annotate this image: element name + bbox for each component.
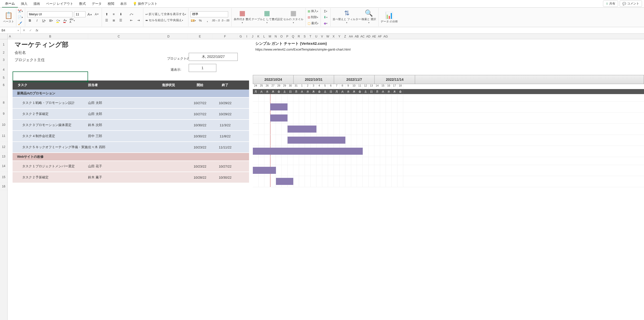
- tab-view[interactable]: 表示: [117, 0, 130, 7]
- tab-home[interactable]: ホーム: [2, 0, 18, 8]
- column-header[interactable]: J: [250, 34, 256, 39]
- fill-button[interactable]: ⬇: [323, 15, 328, 20]
- font-color-button[interactable]: A: [62, 18, 68, 23]
- increase-font-button[interactable]: A▲: [87, 12, 93, 17]
- decrease-decimal-button[interactable]: .0→.00: [221, 18, 229, 23]
- category-row[interactable]: Webサイトの改修: [13, 153, 249, 161]
- row-header[interactable]: 12: [0, 141, 7, 152]
- align-left-button[interactable]: ☰: [104, 18, 109, 23]
- column-header[interactable]: D: [150, 34, 187, 39]
- row-header[interactable]: 9: [0, 108, 7, 119]
- column-header[interactable]: U: [313, 34, 319, 39]
- row-header[interactable]: 11: [0, 130, 7, 141]
- number-format-dropdown[interactable]: [190, 11, 228, 17]
- wrap-text-button[interactable]: ↩ 折り返して全体を表示する: [145, 12, 186, 17]
- week-display[interactable]: 1: [189, 64, 216, 72]
- column-header[interactable]: V: [319, 34, 325, 39]
- align-top-button[interactable]: ⬆: [104, 12, 109, 17]
- row-header[interactable]: 13: [0, 152, 7, 161]
- tab-formulas[interactable]: 数式: [76, 0, 89, 7]
- increase-decimal-button[interactable]: .00→.0: [212, 18, 220, 23]
- italic-button[interactable]: I: [34, 18, 40, 23]
- row-header[interactable]: 3: [0, 55, 7, 64]
- tab-page-layout[interactable]: ページ レイアウト: [43, 0, 76, 7]
- column-header[interactable]: G: [238, 34, 244, 39]
- insert-cells-button[interactable]: ⊞ 挿入: [308, 9, 318, 14]
- column-header[interactable]: T: [308, 34, 313, 39]
- orientation-button[interactable]: ⤢: [129, 12, 134, 17]
- row-header[interactable]: 15: [0, 172, 7, 183]
- phonetic-button[interactable]: abcA: [69, 18, 75, 23]
- tab-data[interactable]: データ: [89, 0, 105, 7]
- column-header[interactable]: W: [325, 34, 331, 39]
- autosum-button[interactable]: Σ: [323, 9, 328, 14]
- format-painter-button[interactable]: 🖌️: [17, 20, 23, 26]
- row-header[interactable]: 10: [0, 119, 7, 130]
- underline-button[interactable]: U: [41, 18, 47, 23]
- column-header[interactable]: K: [256, 34, 261, 39]
- row-header[interactable]: 8: [0, 97, 7, 108]
- border-button[interactable]: ⊞: [48, 18, 54, 23]
- formula-input[interactable]: [40, 27, 644, 33]
- gantt-bar[interactable]: [288, 126, 316, 133]
- task-row[interactable]: タスク 3 プロモーション媒体選定鈴木 次郎10/30/2211/3/22: [13, 120, 249, 130]
- font-name-dropdown[interactable]: [27, 11, 72, 17]
- task-row[interactable]: タスク 1 プロジェクトメンバー選定山田 花子10/23/2210/27/22: [13, 161, 249, 172]
- clear-button[interactable]: ◆: [323, 21, 328, 26]
- format-table-button[interactable]: ▦テーブルと して書式設定: [252, 9, 283, 25]
- column-header[interactable]: AC: [360, 34, 366, 39]
- task-row[interactable]: タスク 4 制作会社選定田中 三郎10/30/2211/8/22: [13, 131, 249, 141]
- gantt-bar[interactable]: [276, 178, 293, 185]
- column-header[interactable]: F: [213, 34, 238, 39]
- conditional-format-button[interactable]: ▦条件付き 書式: [234, 9, 251, 25]
- cell-styles-button[interactable]: ▦セルの スタイル: [283, 9, 303, 25]
- cut-button[interactable]: ✂️▾: [17, 9, 23, 14]
- comment-button[interactable]: 💬コメント: [620, 1, 642, 7]
- percent-button[interactable]: %: [197, 18, 203, 23]
- column-header[interactable]: AB: [354, 34, 360, 39]
- task-row[interactable]: タスク 2 予算確定鈴木 薫子10/28/2210/30/22: [13, 172, 249, 183]
- analyze-data-button[interactable]: 📊データ の分析: [381, 9, 398, 25]
- copy-button[interactable]: 📄▾: [17, 15, 23, 20]
- column-header[interactable]: I: [244, 34, 250, 39]
- align-center-button[interactable]: ≣: [111, 18, 116, 23]
- row-header[interactable]: 16: [0, 183, 7, 190]
- decrease-indent-button[interactable]: ⇤: [129, 18, 134, 23]
- fill-color-button[interactable]: ◇: [55, 18, 61, 23]
- column-header[interactable]: A: [8, 34, 13, 39]
- row-header[interactable]: 1: [0, 39, 7, 50]
- column-header[interactable]: X: [331, 34, 337, 39]
- accept-formula-button[interactable]: ✓: [27, 28, 34, 32]
- bold-button[interactable]: B: [27, 18, 33, 23]
- column-header[interactable]: S: [302, 34, 308, 39]
- column-header[interactable]: N: [273, 34, 279, 39]
- gantt-bar[interactable]: [253, 167, 276, 174]
- category-row[interactable]: 新商品Aのプロモーション: [13, 90, 249, 97]
- decrease-font-button[interactable]: A▼: [94, 12, 100, 17]
- row-header[interactable]: 2: [0, 50, 7, 55]
- column-header[interactable]: R: [296, 34, 302, 39]
- column-header[interactable]: O: [279, 34, 285, 39]
- currency-button[interactable]: 💴: [190, 18, 196, 23]
- column-header[interactable]: C: [88, 34, 150, 39]
- gantt-bar[interactable]: [270, 103, 288, 110]
- sort-filter-button[interactable]: ⇅並べ替えと フィルター: [333, 9, 361, 25]
- column-header[interactable]: AG: [383, 34, 389, 39]
- find-select-button[interactable]: 🔍検索と 選択: [361, 9, 376, 25]
- merge-center-button[interactable]: ⬌ セルを結合して中央揃え: [145, 18, 183, 23]
- task-row[interactable]: タスク 2 予算確定山田 太郎10/27/2210/29/22: [13, 109, 249, 119]
- column-header[interactable]: AA: [348, 34, 354, 39]
- increase-indent-button[interactable]: ⇥: [136, 18, 141, 23]
- column-header[interactable]: B: [13, 34, 88, 39]
- column-header[interactable]: AF: [377, 34, 383, 39]
- tab-draw[interactable]: 描画: [30, 0, 43, 7]
- task-row[interactable]: タスク 5 キックオフミーティング準備・実施佐々木 四郎10/23/2211/1…: [13, 142, 249, 152]
- column-header[interactable]: P: [285, 34, 290, 39]
- row-header[interactable]: 4: [0, 64, 7, 75]
- row-header[interactable]: 5: [0, 75, 7, 81]
- tab-review[interactable]: 校閲: [105, 0, 117, 7]
- align-bottom-button[interactable]: ⬇: [118, 12, 124, 17]
- share-button[interactable]: ⇪共有: [603, 1, 618, 7]
- paste-button[interactable]: 📋 ペースト: [3, 9, 14, 25]
- name-box[interactable]: B4▾: [0, 27, 21, 33]
